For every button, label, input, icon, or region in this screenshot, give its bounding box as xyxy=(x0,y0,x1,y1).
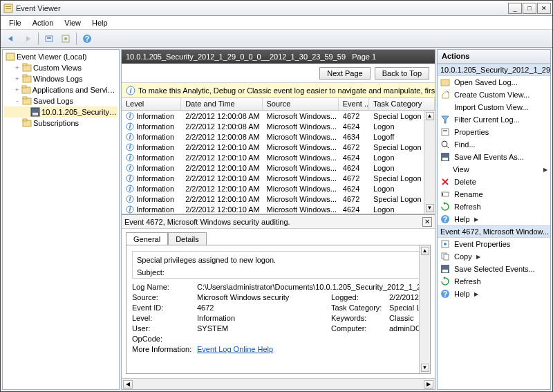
menu-file[interactable]: File xyxy=(3,17,27,28)
action-find[interactable]: Find... xyxy=(438,138,550,151)
col-task[interactable]: Task Category xyxy=(369,98,435,110)
table-row[interactable]: iInformation2/2/2012 12:00:10 AMMicrosof… xyxy=(122,142,435,152)
maximize-button[interactable]: □ xyxy=(523,3,536,14)
action-create-custom-view[interactable]: Create Custom View... xyxy=(438,88,550,101)
detail-close-button[interactable]: ✕ xyxy=(422,217,432,227)
minimize-button[interactable]: _ xyxy=(508,3,522,14)
svg-text:?: ? xyxy=(85,35,90,43)
expander-icon[interactable]: + xyxy=(14,64,21,71)
none-icon xyxy=(440,102,450,112)
event-log-help-link[interactable]: Event Log Online Help xyxy=(197,345,273,353)
center-pane: 10.0.1.205_Security_2012_1_29_0_0_0__201… xyxy=(121,49,435,390)
action-import-custom-view[interactable]: Import Custom View... xyxy=(438,101,550,113)
back-to-top-button[interactable]: Back to Top xyxy=(375,67,429,80)
actions-title: Actions xyxy=(438,50,550,64)
tab-details[interactable]: Details xyxy=(168,232,207,245)
info-icon: i xyxy=(126,86,135,95)
action-refresh[interactable]: Refresh xyxy=(438,200,550,213)
help-icon: ? xyxy=(440,289,450,299)
content-header: 10.0.1.205_Security_2012_1_29_0_0_0__201… xyxy=(122,50,435,64)
detail-hscroll[interactable]: ◀▶ xyxy=(122,378,435,389)
svg-rect-51 xyxy=(442,193,443,196)
toolbar-btn-2[interactable] xyxy=(58,32,73,46)
action-open-saved-log[interactable]: Open Saved Log... xyxy=(438,76,550,88)
menu-action[interactable]: Action xyxy=(27,17,59,28)
col-eventid[interactable]: Event ... xyxy=(339,98,369,110)
table-row[interactable]: iInformation2/2/2012 12:00:10 AMMicrosof… xyxy=(122,152,435,162)
close-button[interactable]: ✕ xyxy=(537,3,551,14)
action-refresh[interactable]: Refresh xyxy=(438,275,550,288)
tree-item[interactable]: 10.0.1.205_Security_2012_ xyxy=(4,106,118,118)
actions-pane: Actions 10.0.1.205_Security_2012_1_29_..… xyxy=(437,49,551,390)
col-level[interactable]: Level xyxy=(122,98,181,110)
info-icon: i xyxy=(126,153,134,162)
find-icon xyxy=(440,140,450,149)
expander-icon[interactable]: + xyxy=(14,86,20,93)
detail-tabs: General Details xyxy=(122,229,435,245)
tree-root[interactable]: Event Viewer (Local) xyxy=(4,51,118,62)
copy-icon xyxy=(440,252,450,261)
table-row[interactable]: iInformation2/2/2012 12:00:08 AMMicrosof… xyxy=(122,121,435,131)
app-window: Event Viewer _ □ ✕ File Action View Help… xyxy=(0,0,553,392)
svg-rect-59 xyxy=(442,270,448,272)
svg-rect-46 xyxy=(443,130,447,131)
detail-message-box: Special privileges assigned to new logon… xyxy=(132,251,424,279)
info-icon: i xyxy=(126,185,134,193)
action-filter-current-log[interactable]: Filter Current Log... xyxy=(438,113,550,126)
action-delete[interactable]: Delete xyxy=(438,176,550,188)
action-event-properties[interactable]: Event Properties xyxy=(438,238,550,250)
grid-vscroll[interactable]: ▲▼ xyxy=(424,111,435,214)
table-row[interactable]: iInformation2/2/2012 12:00:10 AMMicrosof… xyxy=(122,194,435,204)
props-icon xyxy=(440,127,450,137)
toolbar-btn-1[interactable] xyxy=(41,32,57,46)
forward-button[interactable] xyxy=(20,32,35,46)
action-help[interactable]: ?Help▶ xyxy=(438,213,550,225)
menu-view[interactable]: View xyxy=(59,17,86,28)
table-row[interactable]: iInformation2/2/2012 12:00:08 AMMicrosof… xyxy=(122,111,435,121)
action-properties[interactable]: Properties xyxy=(438,126,550,138)
col-source[interactable]: Source xyxy=(263,98,339,110)
tree-item[interactable]: Subscriptions xyxy=(4,118,118,129)
action-save-all-events-as[interactable]: Save All Events As... xyxy=(438,151,550,163)
back-button[interactable] xyxy=(3,32,19,46)
table-row[interactable]: iInformation2/2/2012 12:00:08 AMMicrosof… xyxy=(122,131,435,142)
tab-general[interactable]: General xyxy=(126,232,168,245)
col-date[interactable]: Date and Time xyxy=(181,98,262,110)
expander-icon[interactable]: - xyxy=(14,97,21,104)
menubar: File Action View Help xyxy=(1,16,552,30)
svg-rect-4 xyxy=(47,37,51,39)
refresh-icon xyxy=(440,202,450,212)
tree-item[interactable]: +Custom Views xyxy=(4,62,118,73)
detail-vscroll[interactable]: ▲▼ xyxy=(419,245,430,373)
action-copy[interactable]: Copy▶ xyxy=(438,250,550,263)
actions-section-2[interactable]: Event 4672, Microsoft Window...▲ xyxy=(438,225,550,238)
submenu-arrow-icon: ▶ xyxy=(476,254,480,260)
tree: Event Viewer (Local) +Custom Views+Windo… xyxy=(3,50,119,130)
expander-icon[interactable]: + xyxy=(14,75,21,82)
table-row[interactable]: iInformation2/2/2012 12:00:10 AMMicrosof… xyxy=(122,173,435,183)
folder-icon xyxy=(22,63,32,73)
tree-item[interactable]: +Windows Logs xyxy=(4,73,118,84)
actions-section-1[interactable]: 10.0.1.205_Security_2012_1_29_...▲ xyxy=(438,64,550,76)
submenu-arrow-icon: ▶ xyxy=(474,291,478,297)
table-row[interactable]: iInformation2/2/2012 12:00:10 AMMicrosof… xyxy=(122,183,435,194)
table-row[interactable]: iInformation2/2/2012 12:00:10 AMMicrosof… xyxy=(122,204,435,214)
table-row[interactable]: iInformation2/2/2012 12:00:10 AMMicrosof… xyxy=(122,162,435,173)
action-view[interactable]: View▶ xyxy=(438,163,550,176)
action-rename[interactable]: Rename xyxy=(438,188,550,200)
action-help[interactable]: ?Help▶ xyxy=(438,288,550,300)
info-icon: i xyxy=(126,143,134,151)
open-icon xyxy=(440,77,450,87)
menu-help[interactable]: Help xyxy=(86,17,113,28)
svg-point-6 xyxy=(64,37,67,40)
action-save-selected-events[interactable]: Save Selected Events... xyxy=(438,263,550,275)
svg-rect-2 xyxy=(6,8,11,9)
detail-pane: Event 4672, Microsoft Windows security a… xyxy=(122,214,435,389)
next-page-button[interactable]: Next Page xyxy=(319,67,370,80)
tree-item[interactable]: -Saved Logs xyxy=(4,95,118,106)
help-button[interactable]: ? xyxy=(79,32,95,46)
info-icon: i xyxy=(126,122,134,131)
folder-icon xyxy=(22,118,32,128)
svg-rect-44 xyxy=(441,80,449,86)
tree-item[interactable]: +Applications and Services Lo xyxy=(4,84,118,95)
